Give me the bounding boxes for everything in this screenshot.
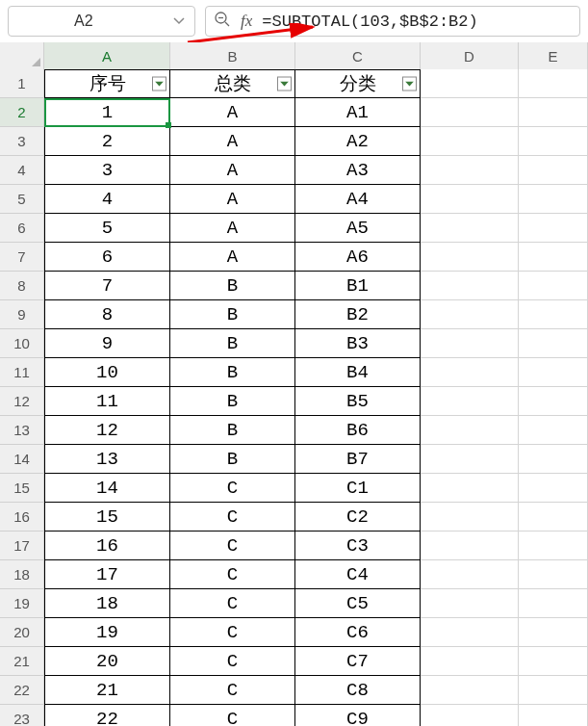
cell[interactable] [421,647,519,676]
cell[interactable] [421,416,519,445]
cell[interactable] [421,185,519,214]
cell[interactable]: A4 [295,185,421,214]
cell[interactable]: B6 [295,416,421,445]
cell[interactable]: 2 [44,127,170,156]
cell[interactable]: A [170,185,295,214]
cell[interactable]: 18 [44,589,170,618]
filter-dropdown-icon[interactable] [152,77,166,91]
row-head[interactable]: 23 [0,705,44,726]
cell[interactable]: A2 [295,127,421,156]
cell[interactable]: 7 [44,272,170,300]
cell[interactable] [519,272,588,300]
cell[interactable]: 5 [44,214,170,243]
cell[interactable]: B7 [295,445,421,474]
row-head[interactable]: 16 [0,503,44,532]
cell[interactable]: B5 [295,387,421,416]
cell[interactable]: B [170,416,295,445]
cell[interactable]: 22 [44,705,170,726]
cell[interactable]: B [170,358,295,387]
fx-icon[interactable]: fx [241,12,252,31]
cell[interactable]: C [170,503,295,532]
cell[interactable] [519,647,588,676]
cell[interactable]: B [170,300,295,329]
cell[interactable]: 20 [44,647,170,676]
cell[interactable]: 11 [44,387,170,416]
cell[interactable]: B2 [295,300,421,329]
cell[interactable]: A [170,214,295,243]
cell[interactable]: B [170,445,295,474]
cell[interactable]: 序号 [44,69,170,98]
cell[interactable]: 12 [44,416,170,445]
cell[interactable] [519,300,588,329]
cell[interactable]: C1 [295,474,421,503]
cell[interactable] [519,676,588,705]
cell[interactable] [421,272,519,300]
cell[interactable] [421,387,519,416]
cell[interactable] [421,474,519,503]
cell[interactable] [421,214,519,243]
cell[interactable] [421,503,519,532]
cell[interactable] [519,589,588,618]
cell[interactable] [519,416,588,445]
col-head-e[interactable]: E [519,42,588,69]
row-head[interactable]: 8 [0,272,44,300]
cell[interactable] [421,243,519,272]
cell[interactable]: C [170,474,295,503]
cell[interactable]: A [170,98,295,127]
spreadsheet-grid[interactable]: A B C D E 1序号总类分类21AA132AA243AA354AA465A… [0,42,588,726]
cell[interactable] [421,358,519,387]
formula-bar[interactable]: fx =SUBTOTAL(103,$B$2:B2) [205,6,580,37]
cell[interactable]: C6 [295,618,421,647]
cell[interactable] [421,127,519,156]
row-head[interactable]: 17 [0,532,44,560]
cell[interactable]: 4 [44,185,170,214]
cell[interactable]: C8 [295,676,421,705]
cell[interactable]: C3 [295,532,421,560]
cell[interactable]: C [170,618,295,647]
cell[interactable]: 10 [44,358,170,387]
cell[interactable]: 16 [44,532,170,560]
cell[interactable] [421,589,519,618]
cell[interactable]: A [170,127,295,156]
col-head-a[interactable]: A [44,42,170,69]
cell[interactable]: C4 [295,560,421,589]
cell[interactable]: C [170,705,295,726]
cell[interactable] [519,69,588,98]
cell[interactable]: C [170,676,295,705]
cell[interactable]: A6 [295,243,421,272]
row-head[interactable]: 20 [0,618,44,647]
cell[interactable] [519,503,588,532]
cell[interactable] [519,185,588,214]
row-head[interactable]: 11 [0,358,44,387]
row-head[interactable]: 1 [0,69,44,98]
row-head[interactable]: 18 [0,560,44,589]
filter-dropdown-icon[interactable] [277,77,292,91]
row-head[interactable]: 9 [0,300,44,329]
cell[interactable] [421,445,519,474]
cell[interactable] [519,387,588,416]
row-head[interactable]: 19 [0,589,44,618]
cell[interactable]: 1 [44,98,170,127]
row-head[interactable]: 6 [0,214,44,243]
chevron-down-icon[interactable] [173,14,185,28]
row-head[interactable]: 3 [0,127,44,156]
row-head[interactable]: 12 [0,387,44,416]
filter-dropdown-icon[interactable] [402,77,417,91]
cell[interactable] [421,532,519,560]
cell[interactable]: C2 [295,503,421,532]
cell[interactable]: 21 [44,676,170,705]
cell[interactable]: C [170,647,295,676]
row-head[interactable]: 22 [0,676,44,705]
col-head-d[interactable]: D [421,42,519,69]
cell[interactable] [421,69,519,98]
cell[interactable]: 14 [44,474,170,503]
cell[interactable]: C [170,532,295,560]
cell[interactable]: C [170,589,295,618]
row-head[interactable]: 15 [0,474,44,503]
cell[interactable] [421,560,519,589]
cell[interactable] [519,705,588,726]
row-head[interactable]: 10 [0,329,44,358]
cell[interactable] [421,98,519,127]
cell[interactable] [421,300,519,329]
cell[interactable]: 分类 [295,69,421,98]
